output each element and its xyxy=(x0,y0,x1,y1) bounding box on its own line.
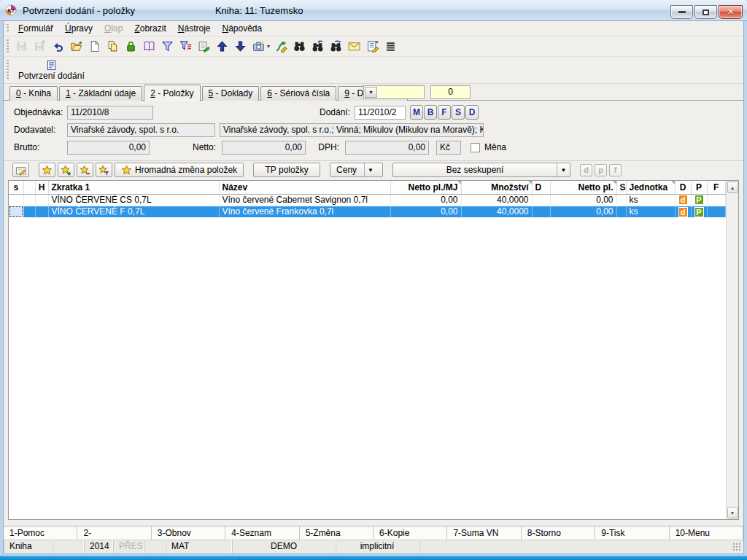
cell-d1[interactable] xyxy=(532,194,550,206)
column-header-f[interactable]: F xyxy=(707,181,726,194)
objednavka-field[interactable]: 11/2010/8 xyxy=(67,106,153,120)
new-document-icon[interactable] xyxy=(85,38,103,55)
cell-h[interactable] xyxy=(35,194,48,206)
flag-button-d[interactable]: D xyxy=(465,105,479,120)
reports-icon[interactable] xyxy=(195,38,212,55)
column-header-netto-pl-mj[interactable]: Netto pl./MJ xyxy=(390,181,461,194)
mail-icon[interactable] xyxy=(345,38,363,55)
cell-netto[interactable]: 0,00 xyxy=(550,206,616,217)
tp-polozky-button[interactable]: TP položky xyxy=(253,163,320,177)
resize-grip-icon[interactable] xyxy=(733,543,741,551)
tab-0-kniha[interactable]: 0 - Kniha xyxy=(9,86,58,101)
favorite-add-button[interactable] xyxy=(58,163,74,177)
table-row[interactable]: VÍNO ČERVENÉ CS 0,7LVíno červené Caberne… xyxy=(9,194,726,206)
cell-sel[interactable] xyxy=(23,194,35,206)
menu-item-zobrazit[interactable]: Zobrazit xyxy=(128,22,171,35)
tab-1-z-kladn-daje[interactable]: 1 - Základní údaje xyxy=(59,86,142,101)
menu-item-n-stroje[interactable]: Nástroje xyxy=(172,22,217,35)
fnkey-8-storno[interactable]: 8-Storno xyxy=(522,526,595,540)
cell-jednotka[interactable]: ks xyxy=(626,206,675,217)
menu-item-formul[interactable]: Formulář xyxy=(12,22,59,35)
quick-filter-combo[interactable]: ▼ xyxy=(363,85,425,99)
column-header-s[interactable]: s xyxy=(9,181,23,194)
cell-zkratka[interactable]: VÍNO ČERVENÉ CS 0,7L xyxy=(48,194,219,206)
flag-button-s[interactable]: S xyxy=(452,105,465,120)
column-header-netto-pl[interactable]: Netto pl. xyxy=(550,181,616,194)
fnkey-4-seznam[interactable]: 4-Seznam xyxy=(225,526,299,540)
filter-icon[interactable] xyxy=(158,38,176,55)
column-header-h[interactable]: H xyxy=(35,181,48,194)
undo-icon[interactable] xyxy=(49,38,66,55)
cell-netto_mj[interactable]: 0,00 xyxy=(390,194,461,206)
chevron-down-icon[interactable]: ▾ xyxy=(267,43,270,50)
tab-2-polo-ky[interactable]: 2 - Položky xyxy=(144,85,200,101)
column-header-d[interactable]: D xyxy=(532,181,550,194)
cell-zkratka[interactable]: VÍNO ČERVENÉ F 0,7L xyxy=(48,206,219,217)
scroll-up-icon[interactable]: ▲ xyxy=(727,182,738,193)
counter-field[interactable]: 0 xyxy=(430,85,471,99)
cell-d2[interactable]: d xyxy=(675,206,691,217)
cell-mnozstvi[interactable]: 40,0000 xyxy=(461,194,532,206)
column-header-mno-stv[interactable]: Množství xyxy=(461,181,532,194)
find-prev-icon[interactable] xyxy=(309,38,326,55)
cell-sel[interactable] xyxy=(23,206,35,217)
netto-field[interactable]: 0,00 xyxy=(222,141,306,155)
copy-icon[interactable] xyxy=(104,38,121,55)
grouping-combo[interactable]: Bez seskupení▼ xyxy=(392,163,570,177)
cell-d2[interactable]: d xyxy=(675,194,691,206)
cell-h[interactable] xyxy=(35,206,48,217)
minimize-button[interactable] xyxy=(670,5,693,19)
mini-button-p[interactable]: p xyxy=(595,164,607,176)
cell-jednotka[interactable]: ks xyxy=(626,194,675,206)
cell-netto_mj[interactable]: 0,00 xyxy=(390,206,461,217)
cell-netto[interactable]: 0,00 xyxy=(550,194,616,206)
cell-p[interactable]: P xyxy=(691,206,707,217)
column-header-p[interactable]: P xyxy=(691,181,707,194)
chevron-down-icon[interactable]: ▼ xyxy=(364,163,376,176)
find-next-icon[interactable] xyxy=(327,38,344,55)
filter-form-icon[interactable] xyxy=(177,38,194,55)
maximize-button[interactable] xyxy=(694,5,717,19)
fnkey-7-suma-vn[interactable]: 7-Suma VN xyxy=(447,526,521,540)
bulk-change-button[interactable]: Hromadná změna položek xyxy=(115,163,244,177)
column-header-d[interactable]: D xyxy=(675,181,691,194)
mini-button-d[interactable]: d xyxy=(580,164,592,176)
menu-item-pravy[interactable]: Úpravy xyxy=(59,22,98,35)
arrow-down-icon[interactable] xyxy=(231,38,249,55)
brutto-field[interactable]: 0,00 xyxy=(67,141,150,155)
cell-mnozstvi[interactable]: 40,0000 xyxy=(461,206,532,217)
workflow-icon[interactable] xyxy=(272,38,290,55)
flag-button-b[interactable]: B xyxy=(424,105,437,120)
menu-item-olap[interactable]: Olap xyxy=(98,22,128,35)
column-header-n-zev[interactable]: Název xyxy=(219,181,390,194)
find-icon[interactable] xyxy=(290,38,308,55)
table-row[interactable]: VÍNO ČERVENÉ F 0,7LVíno červené Frankovk… xyxy=(9,206,726,217)
cell-nazev[interactable]: Víno červené Frankovka 0,7l xyxy=(219,206,390,217)
cell-s[interactable] xyxy=(9,206,23,217)
cell-d1[interactable] xyxy=(532,206,550,217)
cell-nazev[interactable]: Víno červené Cabernet Savignon 0,7l xyxy=(219,194,390,206)
favorite-remove-button[interactable] xyxy=(77,163,93,177)
vertical-scrollbar[interactable]: ▲ ▼ xyxy=(726,181,738,519)
column-header-x[interactable] xyxy=(23,181,35,194)
fnkey-6-kopie[interactable]: 6-Kopie xyxy=(374,526,447,540)
dodavatel-detail-field[interactable]: Vinařské závody, spol. s r.o.; Vinná; Mi… xyxy=(220,123,484,137)
mena-checkbox[interactable] xyxy=(471,143,480,152)
fnkey-10-menu[interactable]: 10-Menu xyxy=(670,526,743,540)
scroll-down-icon[interactable]: ▼ xyxy=(727,507,738,518)
dodavatel-field[interactable]: Vinařské závody, spol. s r.o. xyxy=(67,123,215,137)
ceny-dropdown-button[interactable]: Ceny▼ xyxy=(330,163,383,177)
open-folder-icon[interactable] xyxy=(67,38,85,55)
potvrzeni-dodani-button[interactable]: Potvrzení dodání xyxy=(12,58,90,82)
cell-s2[interactable] xyxy=(616,194,626,206)
tab-6-s-riov-sla[interactable]: 6 - Sériová čísla xyxy=(260,86,336,101)
camera-icon[interactable] xyxy=(249,38,267,55)
flag-button-f[interactable]: F xyxy=(438,105,451,120)
menu-item-n-pov-da[interactable]: Nápověda xyxy=(216,22,268,35)
currency-field[interactable]: Kč xyxy=(436,141,461,155)
cell-s2[interactable] xyxy=(616,206,626,217)
dodani-field[interactable]: 11/2010/2 xyxy=(355,106,406,120)
favorite-filter-button[interactable] xyxy=(96,163,112,177)
notes-icon[interactable] xyxy=(363,38,381,55)
column-header-zkratka-1[interactable]: Zkratka 1 xyxy=(48,181,219,194)
